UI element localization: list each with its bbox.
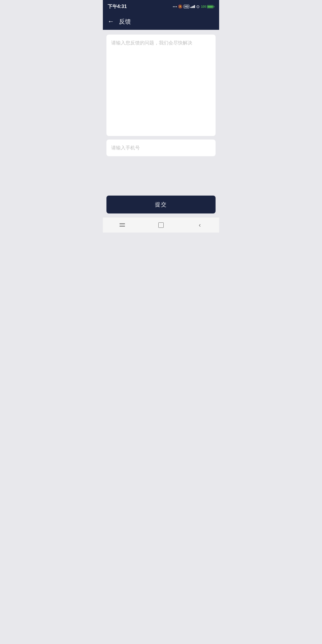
bottom-nav-back[interactable]: ‹ bbox=[194, 219, 206, 231]
phone-input[interactable] bbox=[111, 145, 211, 151]
main-content bbox=[103, 30, 219, 192]
page-title: 反馈 bbox=[119, 18, 131, 26]
home-icon bbox=[158, 222, 164, 228]
signal-bars-icon bbox=[191, 5, 195, 8]
bottom-nav: ‹ bbox=[103, 217, 219, 233]
wifi-icon: ⊙ bbox=[196, 4, 200, 9]
bottom-nav-home[interactable] bbox=[155, 219, 167, 231]
menu-icon bbox=[120, 223, 125, 227]
status-icons: 🔕 HD ⊙ 100 bbox=[173, 4, 214, 9]
hd-badge: HD bbox=[184, 5, 189, 8]
back-icon: ‹ bbox=[199, 222, 201, 228]
back-button[interactable]: ← bbox=[108, 18, 114, 25]
submit-button-container: 提交 bbox=[103, 192, 219, 217]
signal-dots-icon bbox=[173, 6, 177, 7]
submit-button[interactable]: 提交 bbox=[106, 196, 216, 213]
status-bar: 下午4:31 🔕 HD ⊙ 100 bbox=[103, 0, 219, 13]
status-time: 下午4:31 bbox=[108, 4, 127, 10]
feedback-textarea[interactable] bbox=[111, 39, 211, 131]
nav-bar: ← 反馈 bbox=[103, 13, 219, 30]
bottom-nav-menu[interactable] bbox=[116, 219, 128, 231]
battery-icon: 100 bbox=[201, 5, 214, 8]
back-arrow-icon: ← bbox=[108, 18, 114, 25]
mute-icon: 🔕 bbox=[178, 4, 182, 9]
phone-card bbox=[106, 140, 216, 156]
feedback-card bbox=[106, 35, 216, 136]
